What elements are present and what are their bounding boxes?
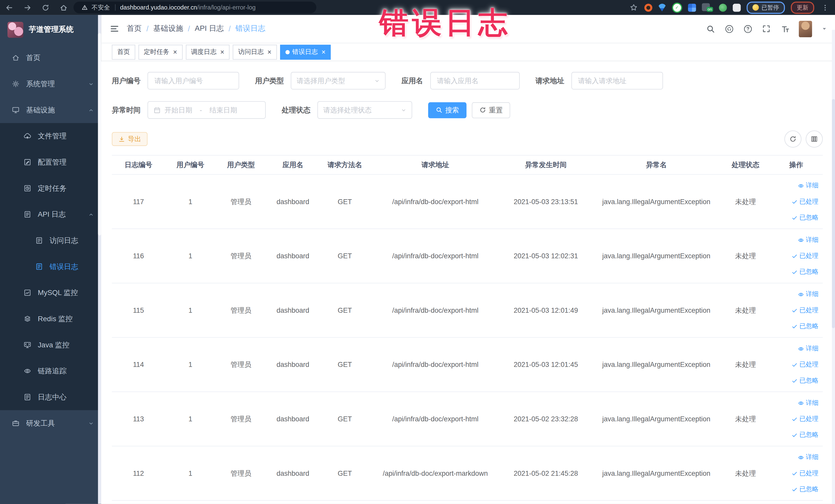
breadcrumb-item[interactable]: 基础设施 [153,24,183,33]
hamburger-icon[interactable] [109,24,119,33]
breadcrumb-item[interactable]: 首页 [127,24,142,33]
caret-down-icon[interactable] [821,26,828,32]
extension-check-icon[interactable]: ✓ [672,2,682,12]
sidebar-item-access-log[interactable]: 访问日志 [0,227,101,254]
home-icon[interactable] [59,3,68,12]
close-icon[interactable]: × [267,48,271,56]
close-icon[interactable]: × [173,48,177,56]
processed-link[interactable]: 已处理 [791,415,819,423]
detail-link[interactable]: 详细 [798,290,819,299]
extension-leaf-icon[interactable] [719,3,727,11]
sidebar-item-api-log[interactable]: API 日志 [0,201,101,227]
sidebar-item-system[interactable]: 系统管理 [0,71,101,97]
search-icon[interactable] [706,24,715,33]
extension-switch-icon[interactable]: on [702,3,713,12]
detail-link[interactable]: 详细 [798,344,819,353]
field-label: 应用名 [402,76,423,85]
breadcrumb-item[interactable]: API 日志 [195,24,224,33]
export-button[interactable]: 导出 [112,132,148,146]
chevron-down-icon [401,107,406,113]
trace-icon [23,367,31,375]
processed-link[interactable]: 已处理 [791,197,819,206]
detail-link[interactable]: 详细 [798,181,819,190]
fullscreen-icon[interactable] [761,24,771,33]
sidebar-item-infra[interactable]: 基础设施 [0,97,101,123]
processed-link[interactable]: 已处理 [791,251,819,260]
bookmark-star-icon[interactable] [629,3,638,12]
sidebar-item-trace[interactable]: 链路追踪 [0,358,101,384]
request-url-input[interactable] [571,72,663,89]
file-icon [23,132,31,140]
mysql-icon [23,288,31,297]
sidebar-item-error-log[interactable]: 错误日志 [0,254,101,280]
sidebar-item-redis[interactable]: Redis 监控 [0,306,101,332]
font-size-icon[interactable] [780,24,790,33]
column-settings-button[interactable] [806,130,823,147]
date-range-picker[interactable]: 开始日期 - 结束日期 [148,101,266,119]
column-header: 日志编号 [112,155,165,175]
address-bar[interactable]: 不安全 dashboard.yudao.iocoder.cn/infra/log… [74,2,316,13]
sidebar-item-java[interactable]: Java 监控 [0,332,101,358]
sidebar-item-file[interactable]: 文件管理 [0,123,101,149]
tab-label: 首页 [117,47,130,57]
user-id-input[interactable] [148,72,239,89]
back-icon[interactable] [4,3,14,12]
ignored-link[interactable]: 已忽略 [791,213,819,222]
ignored-link[interactable]: 已忽略 [791,430,819,439]
field-label: 处理状态 [282,105,310,115]
page-scrollbar[interactable] [832,30,835,504]
tab-1[interactable]: 定时任务× [138,44,182,59]
status-select[interactable]: 请选择处理状态 [317,101,412,119]
refresh-table-button[interactable] [785,130,801,147]
tab-3[interactable]: 访问日志× [233,44,277,59]
close-icon[interactable]: × [220,48,224,56]
tab-2[interactable]: 调度日志× [186,44,229,59]
extension-pin-icon[interactable] [733,3,741,11]
tab-0[interactable]: 首页 [112,44,135,59]
processed-link[interactable]: 已处理 [791,306,819,315]
kebab-menu-icon[interactable] [820,3,830,12]
processed-link[interactable]: 已处理 [791,469,819,478]
reload-icon[interactable] [41,3,50,12]
detail-link[interactable]: 详细 [798,399,819,407]
filter-row-1: 用户编号 用户类型 请选择用户类型 应用名 [112,72,823,89]
sidebar-item-job[interactable]: 定时任务 [0,175,101,202]
extension-shield-icon[interactable] [658,3,666,11]
sidebar-item-mysql[interactable]: MySQL 监控 [0,280,101,306]
column-header: 请求地址 [370,155,501,175]
page-scrollbar-thumb[interactable] [832,99,835,328]
user-avatar[interactable] [799,21,812,37]
sidebar-scrollbar[interactable] [98,15,101,504]
profile-paused-button[interactable]: 已暂停 [747,1,785,14]
search-button[interactable]: 搜索 [428,102,466,118]
update-button[interactable]: 更新 [791,1,814,14]
reset-button[interactable]: 重置 [472,102,510,118]
ignored-link[interactable]: 已忽略 [791,376,819,385]
close-icon[interactable]: × [322,48,326,56]
sidebar-item-dev-tools[interactable]: 研发工具 [0,410,101,436]
sidebar-logo-row[interactable]: 芋道管理系统 [0,15,101,45]
cell-exception-time: 2021-05-03 23:13:51 [501,174,591,229]
sidebar-item-home[interactable]: 首页 [0,45,101,71]
start-date-placeholder: 开始日期 [165,105,192,115]
column-header: 处理状态 [721,155,770,175]
extension-grid-icon[interactable] [688,3,696,11]
sidebar-scrollbar-thumb[interactable] [98,33,101,236]
filter-user-id: 用户编号 [112,72,239,89]
forward-icon[interactable] [22,3,32,12]
breadcrumb-item[interactable]: 错误日志 [236,24,265,33]
sidebar-item-config[interactable]: 配置管理 [0,149,101,175]
ignored-link[interactable]: 已忽略 [791,485,819,494]
detail-link[interactable]: 详细 [798,452,819,462]
detail-link[interactable]: 详细 [798,236,819,244]
tab-active-4[interactable]: 错误日志× [280,44,331,59]
app-name-input[interactable] [430,72,520,89]
user-type-select[interactable]: 请选择用户类型 [291,72,386,89]
extension-adblock-icon[interactable] [644,3,652,11]
sidebar-item-log-center[interactable]: 日志中心 [0,384,101,410]
ignored-link[interactable]: 已忽略 [791,322,819,331]
help-icon[interactable] [743,24,752,33]
processed-link[interactable]: 已处理 [791,360,819,369]
github-icon[interactable] [724,24,734,33]
ignored-link[interactable]: 已忽略 [791,267,819,276]
